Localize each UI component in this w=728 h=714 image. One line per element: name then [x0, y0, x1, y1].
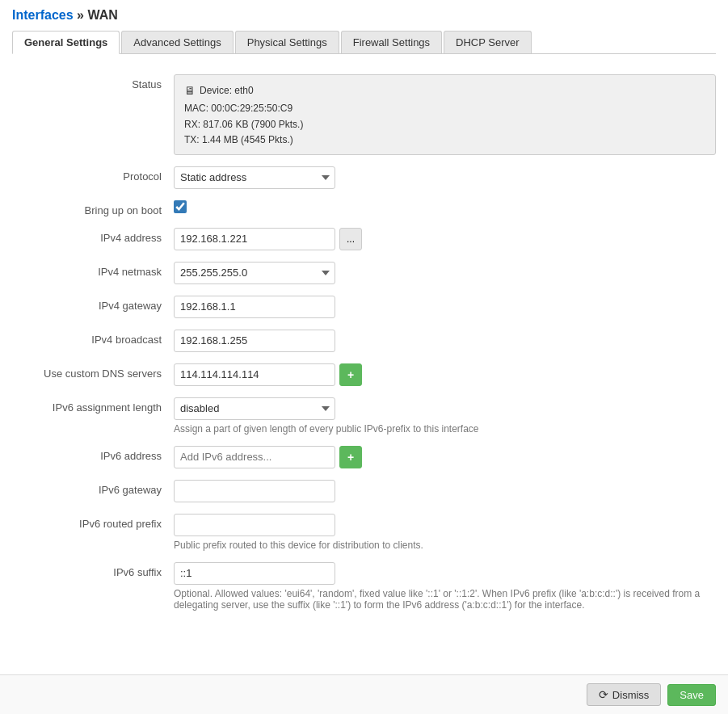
ipv6-assignment-hint: Assign a part of given length of every p… — [174, 423, 716, 435]
breadcrumb-current: WAN — [87, 8, 117, 22]
ipv6-routed-prefix-label: IPv6 routed prefix — [12, 514, 174, 530]
ipv4-netmask-control: 255.255.255.0 255.255.0.0 255.0.0.0 — [174, 262, 716, 284]
ipv4-broadcast-control — [174, 330, 716, 352]
tab-firewall[interactable]: Firewall Settings — [341, 31, 442, 53]
bottom-bar: ⟳ Dismiss Save — [0, 674, 728, 714]
ipv4-address-row: IPv4 address ... — [12, 228, 716, 250]
tab-advanced[interactable]: Advanced Settings — [121, 31, 233, 53]
ipv4-gateway-control — [174, 296, 716, 318]
protocol-row: Protocol Static address DHCP client PPPo… — [12, 166, 716, 189]
custom-dns-input[interactable] — [174, 363, 335, 386]
ipv4-broadcast-input[interactable] — [174, 330, 335, 352]
save-button[interactable]: Save — [667, 684, 716, 706]
tab-physical[interactable]: Physical Settings — [235, 31, 339, 53]
ipv6-routed-prefix-row: IPv6 routed prefix Public prefix routed … — [12, 514, 716, 551]
bring-up-row: Bring up on boot — [12, 200, 716, 216]
protocol-control: Static address DHCP client PPPoE Unmanag… — [174, 166, 716, 189]
ipv4-address-input[interactable] — [174, 228, 335, 250]
tabs: General Settings Advanced Settings Physi… — [12, 31, 716, 54]
ipv4-address-label: IPv4 address — [12, 228, 174, 244]
ipv6-address-row: IPv6 address + — [12, 446, 716, 468]
breadcrumb-separator: » — [77, 8, 84, 22]
ipv4-netmask-label: IPv4 netmask — [12, 262, 174, 278]
custom-dns-row: Use custom DNS servers + — [12, 363, 716, 386]
ipv4-netmask-row: IPv4 netmask 255.255.255.0 255.255.0.0 2… — [12, 262, 716, 284]
protocol-label: Protocol — [12, 166, 174, 183]
dismiss-button[interactable]: ⟳ Dismiss — [587, 683, 662, 706]
ipv6-address-input[interactable] — [174, 446, 335, 468]
status-device: Device: eth0 — [200, 83, 254, 99]
status-label: Status — [12, 74, 174, 90]
breadcrumb-parent[interactable]: Interfaces — [12, 8, 74, 22]
ipv6-routed-prefix-hint: Public prefix routed to this device for … — [174, 540, 716, 551]
status-mac: MAC: 00:0C:29:25:50:C9 — [184, 101, 705, 116]
ipv6-routed-prefix-input[interactable] — [174, 514, 335, 536]
save-label: Save — [680, 689, 704, 701]
tab-dhcp[interactable]: DHCP Server — [444, 31, 532, 53]
custom-dns-label: Use custom DNS servers — [12, 363, 174, 380]
ipv6-suffix-input[interactable] — [174, 562, 335, 585]
ipv6-address-control: + — [174, 446, 716, 468]
tab-general[interactable]: General Settings — [12, 31, 120, 54]
ipv4-gateway-row: IPv4 gateway — [12, 296, 716, 318]
ipv6-assignment-select[interactable]: disabled 48 56 60 62 63 64 — [174, 397, 335, 420]
ipv4-netmask-select[interactable]: 255.255.255.0 255.255.0.0 255.0.0.0 — [174, 262, 335, 284]
status-rx: RX: 817.06 KB (7900 Pkts.) — [184, 117, 705, 132]
device-icon: 🖥 — [184, 82, 196, 99]
ipv6-suffix-row: IPv6 suffix Optional. Allowed values: 'e… — [12, 562, 716, 611]
ipv6-gateway-control — [174, 480, 716, 502]
bring-up-control — [174, 200, 716, 213]
ipv4-address-control: ... — [174, 228, 716, 250]
breadcrumb: Interfaces » WAN — [12, 8, 716, 23]
spinner-icon: ⟳ — [599, 688, 608, 701]
ipv6-suffix-hint: Optional. Allowed values: 'eui64', 'rand… — [174, 588, 716, 611]
status-box: 🖥 Device: eth0 MAC: 00:0C:29:25:50:C9 RX… — [174, 74, 716, 155]
ipv6-assignment-row: IPv6 assignment length disabled 48 56 60… — [12, 397, 716, 435]
ipv6-gateway-row: IPv6 gateway — [12, 480, 716, 502]
ipv6-routed-prefix-control: Public prefix routed to this device for … — [174, 514, 716, 551]
ipv6-suffix-label: IPv6 suffix — [12, 562, 174, 578]
ipv6-assignment-label: IPv6 assignment length — [12, 397, 174, 414]
custom-dns-control: + — [174, 363, 716, 386]
bring-up-label: Bring up on boot — [12, 200, 174, 216]
general-settings-form: Status 🖥 Device: eth0 MAC: 00:0C:29:25:5… — [12, 70, 716, 626]
status-tx: TX: 1.44 MB (4545 Pkts.) — [184, 132, 705, 148]
ipv4-gateway-input[interactable] — [174, 296, 335, 318]
ipv4-gateway-label: IPv4 gateway — [12, 296, 174, 312]
ipv6-address-add-button[interactable]: + — [339, 446, 362, 468]
ipv6-address-label: IPv6 address — [12, 446, 174, 462]
ipv4-broadcast-label: IPv4 broadcast — [12, 330, 174, 346]
ipv6-gateway-input[interactable] — [174, 480, 335, 502]
custom-dns-add-button[interactable]: + — [339, 363, 362, 386]
protocol-select[interactable]: Static address DHCP client PPPoE Unmanag… — [174, 166, 335, 189]
ipv4-address-dots-button[interactable]: ... — [339, 228, 362, 250]
status-row: Status 🖥 Device: eth0 MAC: 00:0C:29:25:5… — [12, 74, 716, 155]
ipv4-broadcast-row: IPv4 broadcast — [12, 330, 716, 352]
bring-up-checkbox[interactable] — [174, 200, 187, 213]
ipv6-gateway-label: IPv6 gateway — [12, 480, 174, 496]
dismiss-label: Dismiss — [612, 689, 650, 701]
status-control: 🖥 Device: eth0 MAC: 00:0C:29:25:50:C9 RX… — [174, 74, 716, 155]
ipv6-assignment-control: disabled 48 56 60 62 63 64 Assign a part… — [174, 397, 716, 435]
ipv6-suffix-control: Optional. Allowed values: 'eui64', 'rand… — [174, 562, 716, 611]
